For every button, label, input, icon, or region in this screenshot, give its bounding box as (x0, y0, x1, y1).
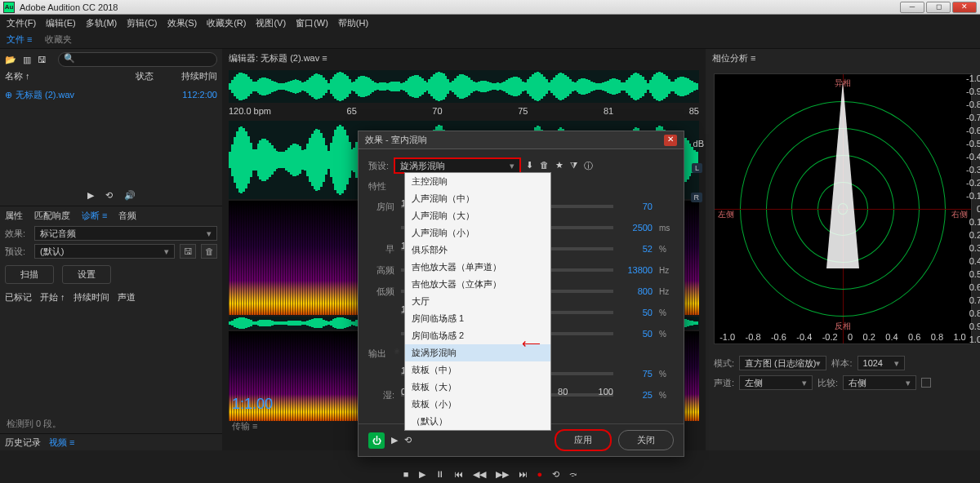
skip-button[interactable]: ⤼ (569, 469, 577, 480)
opt-vocal-l[interactable]: 人声混响（大） (405, 207, 550, 224)
axis-v: -1.0-0.9-0.8 -0.7-0.6-0.5 -0.4-0.3-0.2 -… (962, 73, 980, 344)
dlg-preset-dropdown[interactable]: 旋涡形混响 (394, 157, 521, 174)
titlebar: Au Adobe Audition CC 2018 ─ ◻ ✕ (0, 0, 980, 15)
save-icon[interactable]: 🖫 (38, 55, 47, 64)
menu-favorites[interactable]: 收藏夹(R) (207, 17, 246, 29)
open-icon[interactable]: 📂 (5, 55, 16, 65)
preview-loop-icon[interactable]: ⟲ (404, 435, 412, 445)
marker-columns: 已标记 开始 ↑ 持续时间 声道 (0, 289, 222, 305)
close-button[interactable]: 关闭 (618, 430, 674, 450)
props-tabs: 属性 匹配响度 诊断 ≡ 音频 (0, 206, 222, 224)
stop-button[interactable]: ■ (403, 469, 409, 480)
preset-label: 预设: (5, 246, 29, 258)
axis-h: -1.0-0.8-0.6 -0.4-0.20 0.20.40.6 0.81.0 (715, 332, 971, 342)
menu-edit[interactable]: 编辑(E) (46, 17, 76, 29)
menu-view[interactable]: 视图(V) (256, 17, 286, 29)
play-button[interactable]: ▶ (419, 469, 425, 480)
timecode: 1:1.00 (232, 396, 273, 413)
tab-properties[interactable]: 属性 (5, 210, 23, 222)
settings-button[interactable]: 设置 (62, 265, 111, 284)
play-icon[interactable]: ▶ (87, 190, 94, 201)
rewind-button[interactable]: ◀◀ (473, 469, 486, 480)
tab-loudness[interactable]: 匹配响度 (34, 210, 70, 222)
transfer-label: 传输 ≡ (232, 420, 257, 432)
col-status[interactable]: 状态 (136, 70, 176, 86)
mode-dropdown[interactable]: 直方图 (日志缩放) (739, 356, 826, 370)
loop-button[interactable]: ⟲ (552, 469, 559, 480)
file-name: 无标题 (2).wav (16, 89, 176, 101)
opt-master[interactable]: 主控混响 (405, 173, 550, 190)
dialog-close-icon[interactable]: ✕ (664, 135, 677, 146)
opt-drum-m[interactable]: 鼓板（中） (405, 361, 550, 379)
opt-drum-l[interactable]: 鼓板（大） (405, 379, 550, 396)
detect-status: 检测到 0 段。 (0, 414, 222, 433)
search-input[interactable]: 🔍 (58, 52, 217, 67)
tab-diagnostics[interactable]: 诊断 ≡ (82, 210, 107, 222)
auto-icon[interactable]: 🔊 (124, 190, 136, 201)
opt-room1[interactable]: 房间临场感 1 (405, 310, 550, 327)
opt-vocal-m[interactable]: 人声混响（中） (405, 190, 550, 207)
col-name[interactable]: 名称 ↑ (5, 70, 136, 86)
menu-help[interactable]: 帮助(H) (338, 17, 368, 29)
reverb-dialog: 效果 - 室内混响 ✕ 预设: 旋涡形混响 ⬇ 🗑 ★ ⧩ ⓘ 主控混响 人声混… (358, 131, 684, 457)
close-button[interactable]: ✕ (952, 2, 977, 13)
timeline-ruler[interactable]: 120.0 bpm 6570 7581 85 (229, 106, 699, 119)
favorite-preset-icon[interactable]: ★ (555, 160, 564, 172)
overview-waveform[interactable] (229, 70, 699, 103)
phase-scope[interactable]: 异相 左侧 右侧 反相 -1.0-0.8-0.6 -0.4-0.20 0.20.… (714, 73, 972, 344)
info-icon[interactable]: ⓘ (584, 160, 593, 172)
phase-panel: 相位分析 ≡ 异相 左侧 右侧 反相 -1.0-0.8-0.6 -0.4-0.2… (706, 49, 980, 450)
file-list-header: 名称 ↑ 状态 持续时间 (0, 70, 222, 86)
editor-title: 编辑器: 无标题 (2).wav ≡ (229, 52, 327, 64)
apply-button[interactable]: 应用 (555, 429, 612, 451)
checkbox[interactable] (921, 378, 931, 388)
effect-dropdown[interactable]: 标记音频 (34, 226, 217, 241)
opt-vocal-s[interactable]: 人声混响（小） (405, 224, 550, 242)
sample-dropdown[interactable]: 1024 (858, 356, 905, 370)
download-preset-icon[interactable]: ⬇ (526, 160, 533, 172)
compare-dropdown[interactable]: 右侧 (843, 375, 916, 390)
save-preset-icon[interactable]: 🖫 (180, 244, 196, 259)
tab-audio[interactable]: 音频 (118, 210, 136, 222)
tab-history[interactable]: 历史记录 (5, 436, 41, 449)
delete-preset-icon[interactable]: 🗑 (201, 244, 217, 259)
channel-dropdown[interactable]: 左侧 (739, 375, 813, 390)
menu-effects[interactable]: 效果(S) (167, 17, 198, 29)
dlg-preset-label: 预设: (368, 160, 389, 172)
menu-multitrack[interactable]: 多轨(M) (86, 17, 118, 29)
scan-button[interactable]: 扫描 (5, 265, 54, 284)
opt-guitar-mono[interactable]: 吉他放大器（单声道） (405, 259, 550, 276)
opt-hall[interactable]: 大厅 (405, 293, 550, 310)
preview-play-icon[interactable]: ▶ (391, 435, 398, 445)
preset-dropdown[interactable]: (默认) (34, 244, 175, 259)
delete-preset-icon[interactable]: 🗑 (540, 160, 549, 172)
menu-clip[interactable]: 剪辑(C) (127, 17, 157, 29)
opt-drum-s[interactable]: 鼓板（小） (405, 396, 550, 413)
tab-video[interactable]: 视频 ≡ (49, 436, 74, 449)
loop-icon[interactable]: ⟲ (105, 190, 113, 201)
col-duration[interactable]: 持续时间 (176, 70, 217, 86)
tab-file[interactable]: 文件 ≡ (7, 33, 32, 46)
settings-icon[interactable]: ⧩ (570, 160, 577, 172)
maximize-button[interactable]: ◻ (926, 2, 951, 13)
channel-l-badge: L (692, 163, 702, 173)
prev-button[interactable]: ⏮ (454, 469, 463, 480)
new-icon[interactable]: ▥ (23, 55, 31, 65)
tab-favorites[interactable]: 收藏夹 (45, 33, 72, 46)
opt-club[interactable]: 俱乐部外 (405, 242, 550, 259)
record-button[interactable]: ● (537, 469, 543, 480)
channel-label: 声道: (714, 377, 734, 389)
minimize-button[interactable]: ─ (900, 2, 924, 13)
pause-button[interactable]: ⏸ (435, 469, 444, 480)
next-button[interactable]: ⏭ (519, 469, 528, 480)
menu-file[interactable]: 文件(F) (7, 17, 36, 29)
opt-default[interactable]: （默认） (405, 413, 550, 430)
opt-guitar-stereo[interactable]: 吉他放大器（立体声） (405, 276, 550, 293)
forward-button[interactable]: ▶▶ (496, 469, 509, 480)
power-button[interactable]: ⏻ (368, 432, 385, 449)
effect-label: 效果: (5, 228, 29, 240)
annotation-arrow: ⟵ (522, 335, 541, 351)
file-row[interactable]: ⊕ 无标题 (2).wav 112:2:00 (0, 86, 222, 103)
channel-r-badge: R (691, 193, 703, 202)
menu-window[interactable]: 窗口(W) (296, 17, 328, 29)
